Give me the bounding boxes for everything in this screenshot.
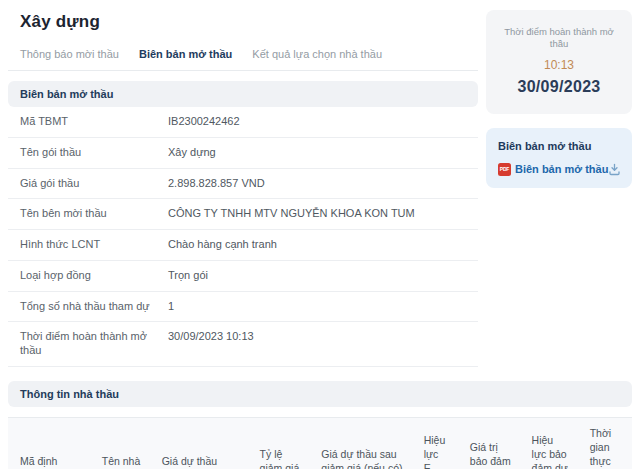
column-header-ten-nha-thau: Tên nhà thầu [90, 417, 150, 469]
download-button[interactable] [608, 163, 621, 176]
download-card-title: Biên bản mở thầu [498, 140, 620, 152]
column-header-gia-tri-bao-dam: Giá trị bảo đảm dự thầu (VND) [458, 417, 520, 469]
tab-bien-ban-mo-thau[interactable]: Biên bản mở thầu [139, 44, 232, 70]
detail-row: Mã TBMT IB2300242462 [8, 107, 478, 138]
detail-value: Trọn gói [168, 269, 478, 283]
detail-value: Chào hàng cạnh tranh [168, 238, 478, 252]
detail-label: Giá gói thầu [20, 177, 168, 191]
tab-bar: Thông báo mời thầu Biên bản mở thầu Kết … [8, 44, 478, 71]
completion-time-label: Thời điểm hoàn thành mở thầu [494, 26, 624, 51]
contractor-table-header-row: Mã định danh Tên nhà thầu Giá dự thầu (V… [8, 417, 632, 469]
detail-value: Xây dựng [168, 146, 478, 160]
sidebar: Thời điểm hoàn thành mở thầu 10:13 30/09… [486, 0, 632, 188]
detail-row: Thời điểm hoàn thành mở thầu 30/09/2023 … [8, 322, 478, 367]
contractor-section: Thông tin nhà thầu Mã định danh Tên nhà … [8, 381, 632, 469]
detail-label: Mã TBMT [20, 115, 168, 129]
detail-label: Tên gói thầu [20, 146, 168, 160]
download-file-row: PDF Biên bản mở thầu [498, 163, 620, 176]
page: Xây dựng Thông báo mời thầu Biên bản mở … [0, 0, 640, 469]
detail-label: Tên bên mời thầu [20, 207, 168, 221]
column-header-ty-le-giam-gia: Tỷ lệ giảm giá (%) [248, 417, 310, 469]
completion-time-card: Thời điểm hoàn thành mở thầu 10:13 30/09… [486, 10, 632, 114]
record-details: Mã TBMT IB2300242462 Tên gói thầu Xây dự… [8, 107, 478, 367]
column-header-ma-dinh-danh: Mã định danh [8, 417, 90, 469]
detail-label: Hình thức LCNT [20, 238, 168, 252]
column-header-hieu-luc-ehsdt: Hiệu lực E-HSDT (ngày) [412, 417, 458, 469]
column-header-gia-du-thau: Giá dự thầu (VND) [150, 417, 248, 469]
detail-row: Tên gói thầu Xây dựng [8, 138, 478, 169]
page-title: Xây dựng [20, 12, 478, 32]
download-file-link[interactable]: Biên bản mở thầu [515, 163, 608, 175]
detail-row: Tên bên mời thầu CÔNG TY TNHH MTV NGUYỄN… [8, 199, 478, 230]
detail-row: Tổng số nhà thầu tham dự 1 [8, 292, 478, 323]
tab-ket-qua-lua-chon[interactable]: Kết quả lựa chọn nhà thầu [252, 44, 382, 70]
column-header-hieu-luc-bao-dam: Hiệu lực bảo đảm dự thầu (ngày) [520, 417, 578, 469]
detail-label: Thời điểm hoàn thành mở thầu [20, 330, 168, 358]
contractor-table: Mã định danh Tên nhà thầu Giá dự thầu (V… [8, 417, 632, 469]
detail-row: Hình thức LCNT Chào hàng cạnh tranh [8, 230, 478, 261]
tab-thong-bao-moi-thau[interactable]: Thông báo mời thầu [20, 44, 119, 70]
detail-value: IB2300242462 [168, 115, 478, 129]
detail-row: Loại hợp đồng Trọn gói [8, 261, 478, 292]
download-icon [608, 163, 621, 176]
detail-label: Loại hợp đồng [20, 269, 168, 283]
contractor-section-header: Thông tin nhà thầu [8, 381, 632, 407]
column-header-thoi-gian-thuc-hien: Thời gian thực hiện hợp đồng [578, 417, 632, 469]
detail-value: CÔNG TY TNHH MTV NGUYỄN KHOA KON TUM [168, 207, 478, 221]
detail-value: 30/09/2023 10:13 [168, 330, 478, 344]
detail-row: Giá gói thầu 2.898.828.857 VND [8, 169, 478, 200]
completion-date-value: 30/09/2023 [494, 78, 624, 96]
record-section-header: Biên bản mở thầu [8, 81, 478, 107]
detail-value: 2.898.828.857 VND [168, 177, 478, 191]
detail-value: 1 [168, 300, 478, 314]
detail-label: Tổng số nhà thầu tham dự [20, 300, 168, 314]
pdf-file-icon: PDF [498, 163, 511, 176]
column-header-gia-sau-giam-gia: Giá dự thầu sau giảm giá (nếu có) (VND) [309, 417, 411, 469]
completion-time-value: 10:13 [494, 58, 624, 72]
download-card: Biên bản mở thầu PDF Biên bản mở thầu [486, 128, 632, 188]
